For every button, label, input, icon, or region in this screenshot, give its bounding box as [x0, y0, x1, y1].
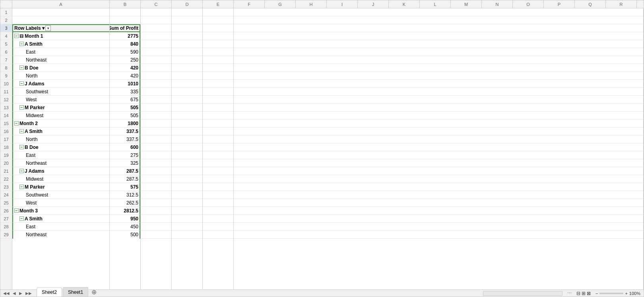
col-header-r[interactable]: R [606, 0, 637, 8]
cell-b7[interactable]: 250 [110, 56, 140, 64]
row-num-16[interactable]: 16 [0, 127, 12, 135]
page-layout-icon[interactable]: ⊞ [582, 291, 586, 296]
row-num-28[interactable]: 28 [0, 223, 12, 231]
cell-a1[interactable] [12, 8, 109, 16]
cell-a22[interactable]: Midwest [12, 175, 109, 183]
cell-a6[interactable]: East [12, 48, 109, 56]
cell-a27[interactable]: − A Smith [12, 215, 109, 223]
cell-b27[interactable]: 950 [110, 215, 140, 223]
row-num-24[interactable]: 24 [0, 191, 12, 199]
cell-b17[interactable]: 337.5 [110, 135, 140, 143]
row-num-14[interactable]: 14 [0, 112, 12, 120]
cell-a4[interactable]: − ⊟ Month 1 [12, 32, 109, 40]
cell-a21[interactable]: − J Adams [12, 167, 109, 175]
row-num-27[interactable]: 27 [0, 215, 12, 223]
cell-b29[interactable]: 500 [110, 231, 140, 239]
row-num-10[interactable]: 10 [0, 80, 12, 88]
cell-b16[interactable]: 337.5 [110, 127, 140, 135]
row-num-20[interactable]: 20 [0, 159, 12, 167]
cell-a24[interactable]: Southwest [12, 191, 109, 199]
cell-b18[interactable]: 600 [110, 143, 140, 151]
cell-b12[interactable]: 675 [110, 96, 140, 104]
cell-b22[interactable]: 287.5 [110, 175, 140, 183]
nav-next-arrow[interactable]: ▶ [18, 291, 23, 296]
row-num-17[interactable]: 17 [0, 135, 12, 143]
nav-last-arrow[interactable]: ▶▶ [24, 291, 33, 296]
cell-a20[interactable]: Northeast [12, 159, 109, 167]
collapse-month2-icon[interactable]: − [14, 121, 19, 125]
collapse-asmith1-icon[interactable]: − [19, 42, 24, 46]
cell-a11[interactable]: Southwest [12, 88, 109, 96]
horizontal-scrollbar[interactable] [483, 291, 563, 296]
cell-a14[interactable]: Midwest [12, 112, 109, 120]
cell-a26[interactable]: − Month 3 [12, 207, 109, 215]
cell-b1[interactable] [110, 8, 140, 16]
row-num-7[interactable]: 7 [0, 56, 12, 64]
cell-a9[interactable]: North [12, 72, 109, 80]
row-num-6[interactable]: 6 [0, 48, 12, 56]
row-num-8[interactable]: 8 [0, 64, 12, 72]
cell-b11[interactable]: 335 [110, 88, 140, 96]
cell-a29[interactable]: Northeast [12, 231, 109, 239]
normal-view-icon[interactable]: ⊟ [576, 291, 580, 296]
row-labels-dropdown[interactable]: ▾ [45, 25, 51, 31]
cell-a3[interactable]: Row Labels ▾ ▾ [12, 24, 109, 32]
row-num-5[interactable]: 5 [0, 40, 12, 48]
row-num-2[interactable]: 2 [0, 16, 12, 24]
add-sheet-button[interactable]: ⊕ [89, 287, 99, 297]
col-header-o[interactable]: O [513, 0, 544, 8]
collapse-bdoe1-icon[interactable]: − [19, 66, 24, 70]
collapse-jadams1-icon[interactable]: − [19, 81, 24, 86]
zoom-in-button[interactable]: + [625, 291, 627, 296]
cell-c1[interactable] [141, 8, 171, 16]
row-num-29[interactable]: 29 [0, 231, 12, 239]
row-num-4[interactable]: 4 [0, 32, 12, 40]
col-header-g[interactable]: G [265, 0, 296, 8]
collapse-jadams2-icon[interactable]: − [19, 169, 24, 173]
row-num-11[interactable]: 11 [0, 88, 12, 96]
row-num-19[interactable]: 19 [0, 151, 12, 159]
cell-b6[interactable]: 590 [110, 48, 140, 56]
cell-b8[interactable]: 420 [110, 64, 140, 72]
cell-a18[interactable]: − B Doe [12, 143, 109, 151]
row-num-21[interactable]: 21 [0, 167, 12, 175]
row-num-23[interactable]: 23 [0, 183, 12, 191]
col-header-i[interactable]: I [327, 0, 358, 8]
cell-a8[interactable]: − B Doe [12, 64, 109, 72]
page-break-icon[interactable]: ⊠ [587, 291, 591, 296]
collapse-month3-icon[interactable]: − [14, 208, 19, 213]
cell-b25[interactable]: 262.5 [110, 199, 140, 207]
row-num-25[interactable]: 25 [0, 199, 12, 207]
cell-b28[interactable]: 450 [110, 223, 140, 231]
collapse-mparker2-icon[interactable]: − [19, 185, 24, 189]
col-header-l[interactable]: L [420, 0, 451, 8]
col-header-f[interactable]: F [234, 0, 265, 8]
col-header-a[interactable]: A [12, 0, 110, 8]
cell-a13[interactable]: − M Parker [12, 104, 109, 112]
zoom-out-button[interactable]: − [596, 291, 598, 296]
cell-a25[interactable]: West [12, 199, 109, 207]
sheet-tab-sheet1[interactable]: Sheet1 [63, 287, 88, 297]
row-num-15[interactable]: 15 [0, 120, 12, 127]
cell-b15[interactable]: 1800 [110, 120, 140, 127]
cell-b21[interactable]: 287.5 [110, 167, 140, 175]
cell-a16[interactable]: − A Smith [12, 127, 109, 135]
collapse-asmith3-icon[interactable]: − [19, 216, 24, 221]
row-num-18[interactable]: 18 [0, 143, 12, 151]
cell-a7[interactable]: Northeast [12, 56, 109, 64]
sheet-tab-sheet2[interactable]: Sheet2 [37, 287, 62, 297]
row-num-26[interactable]: 26 [0, 207, 12, 215]
zoom-slider[interactable] [599, 293, 623, 294]
collapse-asmith2-icon[interactable]: − [19, 129, 24, 133]
cell-b13[interactable]: 505 [110, 104, 140, 112]
col-header-e[interactable]: E [203, 0, 234, 8]
collapse-bdoe2-icon[interactable]: − [19, 145, 24, 149]
cell-b2[interactable] [110, 16, 140, 24]
cell-a15[interactable]: − Month 2 [12, 120, 109, 127]
col-header-k[interactable]: K [389, 0, 420, 8]
nav-first-arrow[interactable]: ◀◀ [2, 291, 11, 296]
cell-a19[interactable]: East [12, 151, 109, 159]
cell-b20[interactable]: 325 [110, 159, 140, 167]
col-header-q[interactable]: Q [575, 0, 606, 8]
col-header-m[interactable]: M [451, 0, 482, 8]
